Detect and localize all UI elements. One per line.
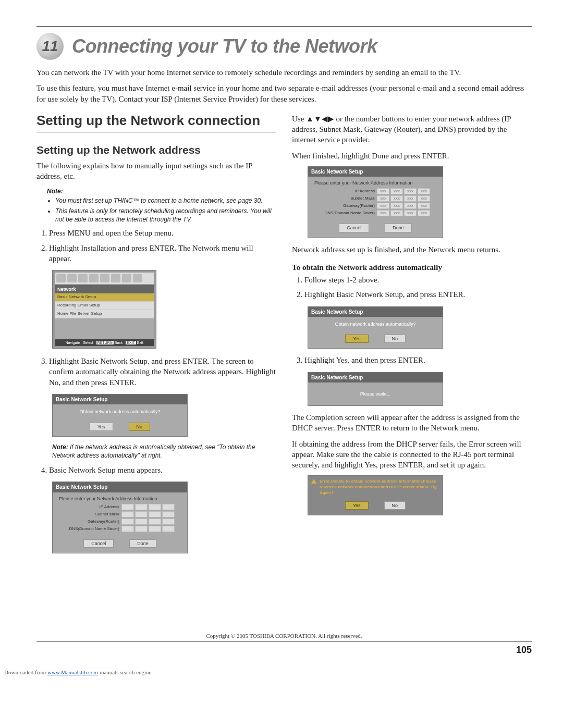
intro-paragraph-2: To use this feature, you must have Inter… [36,83,532,104]
menu-tab-icon [133,274,142,282]
page-number: 105 [516,645,532,656]
osd-nav-bar: Navigate Select RETURN Back EXIT Exit [55,339,154,346]
osd-title: Basic Network Setup [53,394,187,405]
osd-wait-text: Please waite... [308,382,443,405]
menu-tab-icon [100,274,109,282]
body-paragraph: The Completion screen will appear after … [292,412,532,434]
osd-menu-item: Basic Network Setup [55,293,154,302]
chapter-title: Connecting your TV to the Network [72,35,377,57]
osd-cancel-button: Cancel [339,224,369,232]
note-item: You must first set up THINC™ to connect … [55,196,276,205]
osd-menu-item: Recording Email Setup [55,302,154,310]
osd-title: Basic Network Setup [53,482,187,492]
manualslib-link[interactable]: www.Manualslib.com [47,669,98,675]
osd-prompt: Obtain network address automatically? [53,404,187,419]
subsection-heading: Setting up the Network address [36,143,276,157]
osd-yes-button: Yes [345,335,369,343]
osd-network-menu: Network Basic Network Setup Recording Em… [52,270,156,349]
step-item: Highlight Basic Network Setup, and press… [49,356,276,388]
osd-title: Basic Network Setup [308,307,443,317]
osd-no-button: No [384,501,406,510]
menu-tab-icon [78,274,88,282]
download-footer: Downloaded from www.Manualslib.com manua… [0,666,563,680]
menu-tab-icon [122,274,131,282]
menu-tab-icon [111,274,120,282]
lead-paragraph: The following explains how to manually i… [36,161,276,182]
osd-no-button: No [384,335,406,343]
note-block: Note: You must first set up THINC™ to co… [47,187,276,224]
menu-tab-icon [89,274,99,282]
osd-title: Basic Network Setup [308,373,443,383]
body-paragraph: When finished, highlight Done and press … [292,151,532,161]
osd-auto-obtain-no: Basic Network Setup Obtain network addre… [52,394,188,437]
osd-cancel-button: Cancel [83,539,114,548]
body-paragraph: Use ▲▼◀▶ or the number buttons to enter … [292,114,532,145]
osd-no-button: No [129,423,151,431]
osd-done-button: Done [385,224,412,232]
intro-paragraph-1: You can network the TV with your home In… [36,67,532,78]
chapter-number-badge: 11 [36,33,64,60]
osd-error-text: Error.Unable to obtain network address i… [308,476,443,498]
osd-address-filled: Basic Network Setup Please enter your Ne… [308,166,443,238]
chapter-header: 11 Connecting your TV to the Network [36,33,532,60]
osd-address-heading: Please enter your Network Address Inform… [312,179,438,188]
inline-note: Note: If the network address is automati… [52,443,261,460]
note-item: This feature is only for remotely schedu… [55,207,276,224]
step-item: Highlight Yes, and then press ENTER. [304,355,532,365]
sub-heading: To obtain the Network address automatica… [292,262,532,273]
osd-yes-button: Yes [345,501,369,510]
osd-please-wait: Basic Network Setup Please waite... [308,372,443,406]
step-item: Basic Network Setup menu appears. [49,465,276,475]
osd-error: Error.Unable to obtain network address i… [308,475,443,515]
section-heading: Setting up the Network connection [36,112,276,132]
osd-prompt: Obtain network address automatically? [308,317,443,331]
body-paragraph: Network address set up is finished, and … [292,244,532,255]
osd-done-button: Done [129,539,156,548]
osd-title: Basic Network Setup [308,167,443,177]
osd-menu-item: Home File Server Setup [55,310,154,318]
copyright-text: Copyright © 2005 TOSHIBA CORPORATION. Al… [36,633,532,639]
warning-icon [311,479,316,484]
step-item: Highlight Basic Network Setup, and press… [304,289,532,300]
step-item: Press MENU and open the Setup menu. [49,228,276,238]
menu-tab-icon [67,274,77,282]
osd-auto-obtain-yes: Basic Network Setup Obtain network addre… [308,306,443,349]
body-paragraph: If obtaining the address from the DHCP s… [292,439,532,471]
menu-tab-icon [56,274,66,282]
osd-menu-title: Network [55,285,154,293]
step-item: Follow steps 1-2 above. [304,275,532,285]
note-label: Note: [47,188,63,195]
osd-yes-button: Yes [90,423,113,431]
step-item: Highlight Installation and press ENTER. … [49,243,276,264]
osd-address-heading: Please enter your Network Address Inform… [57,495,183,504]
osd-address-blank: Basic Network Setup Please enter your Ne… [52,482,188,553]
